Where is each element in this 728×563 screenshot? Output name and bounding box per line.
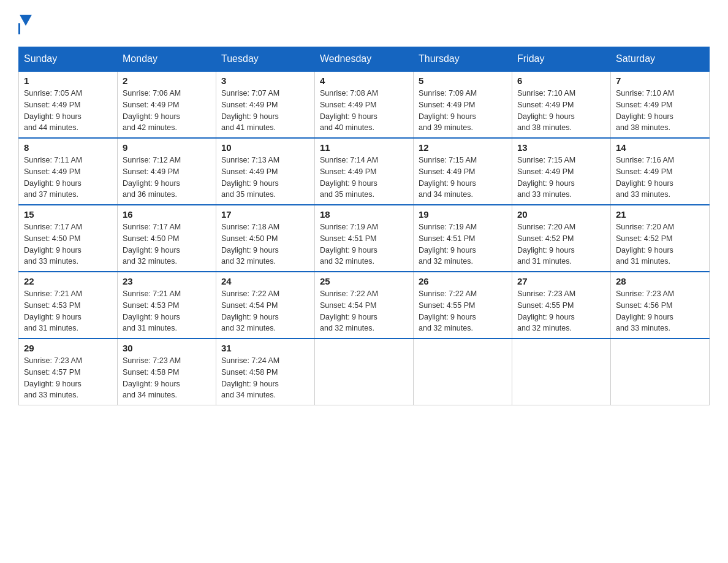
day-number: 7 <box>616 75 704 86</box>
day-number: 9 <box>123 142 211 153</box>
day-info: Sunrise: 7:11 AMSunset: 4:49 PMDaylight:… <box>24 155 112 201</box>
column-header-sunday: Sunday <box>19 47 118 72</box>
day-number: 25 <box>320 276 408 286</box>
day-info: Sunrise: 7:15 AMSunset: 4:49 PMDaylight:… <box>419 155 507 201</box>
day-cell-17: 17Sunrise: 7:18 AMSunset: 4:50 PMDayligh… <box>216 205 315 272</box>
day-number: 18 <box>320 209 408 220</box>
day-info: Sunrise: 7:22 AMSunset: 4:54 PMDaylight:… <box>221 288 309 334</box>
day-info: Sunrise: 7:08 AMSunset: 4:49 PMDaylight:… <box>320 88 408 134</box>
day-number: 23 <box>123 276 211 286</box>
day-info: Sunrise: 7:05 AMSunset: 4:49 PMDaylight:… <box>24 88 112 134</box>
week-row-1: 1Sunrise: 7:05 AMSunset: 4:49 PMDaylight… <box>19 71 710 138</box>
day-cell-23: 23Sunrise: 7:21 AMSunset: 4:53 PMDayligh… <box>118 272 216 339</box>
day-number: 31 <box>221 343 309 353</box>
day-cell-22: 22Sunrise: 7:21 AMSunset: 4:53 PMDayligh… <box>19 272 118 339</box>
day-cell-10: 10Sunrise: 7:13 AMSunset: 4:49 PMDayligh… <box>216 138 315 205</box>
column-header-wednesday: Wednesday <box>315 47 414 72</box>
day-cell-9: 9Sunrise: 7:12 AMSunset: 4:49 PMDaylight… <box>118 138 216 205</box>
day-info: Sunrise: 7:23 AMSunset: 4:58 PMDaylight:… <box>123 355 211 401</box>
day-number: 26 <box>419 276 507 286</box>
day-cell-2: 2Sunrise: 7:06 AMSunset: 4:49 PMDaylight… <box>118 71 216 138</box>
day-cell-3: 3Sunrise: 7:07 AMSunset: 4:49 PMDaylight… <box>216 71 315 138</box>
day-cell-7: 7Sunrise: 7:10 AMSunset: 4:49 PMDaylight… <box>611 71 710 138</box>
day-info: Sunrise: 7:20 AMSunset: 4:52 PMDaylight:… <box>517 221 605 267</box>
column-header-tuesday: Tuesday <box>216 47 315 72</box>
day-info: Sunrise: 7:21 AMSunset: 4:53 PMDaylight:… <box>123 288 211 334</box>
calendar-header-row: SundayMondayTuesdayWednesdayThursdayFrid… <box>19 47 710 72</box>
day-number: 17 <box>221 209 309 220</box>
day-info: Sunrise: 7:09 AMSunset: 4:49 PMDaylight:… <box>419 88 507 134</box>
day-cell-21: 21Sunrise: 7:20 AMSunset: 4:52 PMDayligh… <box>611 205 710 272</box>
day-number: 20 <box>517 209 605 220</box>
day-cell-30: 30Sunrise: 7:23 AMSunset: 4:58 PMDayligh… <box>118 339 216 405</box>
week-row-2: 8Sunrise: 7:11 AMSunset: 4:49 PMDaylight… <box>19 138 710 205</box>
day-cell-25: 25Sunrise: 7:22 AMSunset: 4:54 PMDayligh… <box>315 272 414 339</box>
day-info: Sunrise: 7:21 AMSunset: 4:53 PMDaylight:… <box>24 288 112 334</box>
day-number: 15 <box>24 209 112 220</box>
column-header-monday: Monday <box>118 47 216 72</box>
day-number: 11 <box>320 142 408 153</box>
logo-triangle-icon <box>20 15 32 26</box>
day-info: Sunrise: 7:24 AMSunset: 4:58 PMDaylight:… <box>221 355 309 401</box>
day-info: Sunrise: 7:19 AMSunset: 4:51 PMDaylight:… <box>320 221 408 267</box>
empty-cell <box>512 339 611 405</box>
day-number: 24 <box>221 276 309 286</box>
day-cell-27: 27Sunrise: 7:23 AMSunset: 4:55 PMDayligh… <box>512 272 611 339</box>
page-header <box>18 12 710 34</box>
week-row-4: 22Sunrise: 7:21 AMSunset: 4:53 PMDayligh… <box>19 272 710 339</box>
day-info: Sunrise: 7:13 AMSunset: 4:49 PMDaylight:… <box>221 155 309 201</box>
day-number: 30 <box>123 343 211 353</box>
day-cell-1: 1Sunrise: 7:05 AMSunset: 4:49 PMDaylight… <box>19 71 118 138</box>
day-info: Sunrise: 7:10 AMSunset: 4:49 PMDaylight:… <box>517 88 605 134</box>
day-cell-12: 12Sunrise: 7:15 AMSunset: 4:49 PMDayligh… <box>414 138 512 205</box>
column-header-thursday: Thursday <box>414 47 512 72</box>
day-cell-24: 24Sunrise: 7:22 AMSunset: 4:54 PMDayligh… <box>216 272 315 339</box>
day-number: 27 <box>517 276 605 286</box>
day-number: 13 <box>517 142 605 153</box>
day-info: Sunrise: 7:06 AMSunset: 4:49 PMDaylight:… <box>123 88 211 134</box>
day-cell-14: 14Sunrise: 7:16 AMSunset: 4:49 PMDayligh… <box>611 138 710 205</box>
day-number: 8 <box>24 142 112 153</box>
day-number: 29 <box>24 343 112 353</box>
day-cell-19: 19Sunrise: 7:19 AMSunset: 4:51 PMDayligh… <box>414 205 512 272</box>
day-number: 5 <box>419 75 507 86</box>
column-header-saturday: Saturday <box>611 47 710 72</box>
day-cell-16: 16Sunrise: 7:17 AMSunset: 4:50 PMDayligh… <box>118 205 216 272</box>
day-cell-20: 20Sunrise: 7:20 AMSunset: 4:52 PMDayligh… <box>512 205 611 272</box>
day-info: Sunrise: 7:17 AMSunset: 4:50 PMDaylight:… <box>24 221 112 267</box>
day-info: Sunrise: 7:23 AMSunset: 4:55 PMDaylight:… <box>517 288 605 334</box>
day-info: Sunrise: 7:17 AMSunset: 4:50 PMDaylight:… <box>123 221 211 267</box>
day-cell-31: 31Sunrise: 7:24 AMSunset: 4:58 PMDayligh… <box>216 339 315 405</box>
day-info: Sunrise: 7:19 AMSunset: 4:51 PMDaylight:… <box>419 221 507 267</box>
day-info: Sunrise: 7:12 AMSunset: 4:49 PMDaylight:… <box>123 155 211 201</box>
week-row-3: 15Sunrise: 7:17 AMSunset: 4:50 PMDayligh… <box>19 205 710 272</box>
day-cell-11: 11Sunrise: 7:14 AMSunset: 4:49 PMDayligh… <box>315 138 414 205</box>
day-cell-18: 18Sunrise: 7:19 AMSunset: 4:51 PMDayligh… <box>315 205 414 272</box>
day-number: 19 <box>419 209 507 220</box>
day-info: Sunrise: 7:07 AMSunset: 4:49 PMDaylight:… <box>221 88 309 134</box>
day-number: 16 <box>123 209 211 220</box>
day-number: 14 <box>616 142 704 153</box>
empty-cell <box>414 339 512 405</box>
day-info: Sunrise: 7:18 AMSunset: 4:50 PMDaylight:… <box>221 221 309 267</box>
day-number: 28 <box>616 276 704 286</box>
day-info: Sunrise: 7:23 AMSunset: 4:57 PMDaylight:… <box>24 355 112 401</box>
day-cell-29: 29Sunrise: 7:23 AMSunset: 4:57 PMDayligh… <box>19 339 118 405</box>
day-cell-4: 4Sunrise: 7:08 AMSunset: 4:49 PMDaylight… <box>315 71 414 138</box>
day-number: 22 <box>24 276 112 286</box>
day-cell-15: 15Sunrise: 7:17 AMSunset: 4:50 PMDayligh… <box>19 205 118 272</box>
day-cell-8: 8Sunrise: 7:11 AMSunset: 4:49 PMDaylight… <box>19 138 118 205</box>
day-cell-5: 5Sunrise: 7:09 AMSunset: 4:49 PMDaylight… <box>414 71 512 138</box>
day-info: Sunrise: 7:15 AMSunset: 4:49 PMDaylight:… <box>517 155 605 201</box>
day-number: 1 <box>24 75 112 86</box>
day-info: Sunrise: 7:22 AMSunset: 4:54 PMDaylight:… <box>320 288 408 334</box>
day-info: Sunrise: 7:20 AMSunset: 4:52 PMDaylight:… <box>616 221 704 267</box>
day-cell-6: 6Sunrise: 7:10 AMSunset: 4:49 PMDaylight… <box>512 71 611 138</box>
empty-cell <box>315 339 414 405</box>
column-header-friday: Friday <box>512 47 611 72</box>
empty-cell <box>611 339 710 405</box>
day-info: Sunrise: 7:14 AMSunset: 4:49 PMDaylight:… <box>320 155 408 201</box>
day-info: Sunrise: 7:22 AMSunset: 4:55 PMDaylight:… <box>419 288 507 334</box>
day-number: 12 <box>419 142 507 153</box>
day-number: 10 <box>221 142 309 153</box>
